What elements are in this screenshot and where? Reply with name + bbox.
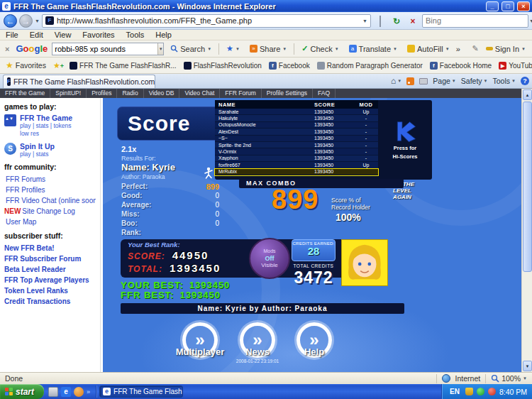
favorite-link[interactable]: YouTube - customstuff's Yo... <box>497 61 532 70</box>
taskbar-task-button[interactable]: FFR The Game FlashF... <box>99 386 183 398</box>
site-nav-item[interactable]: Video Chat <box>179 89 220 98</box>
site-nav-item[interactable]: Profiles <box>87 89 117 98</box>
menu-edit[interactable]: Edit <box>24 31 49 39</box>
sidebar-link[interactable]: New FFR Beta! <box>4 243 96 253</box>
tools-menu[interactable]: Tools <box>493 77 516 85</box>
sidebar-link[interactable]: FFR Video Chat (online soon!) <box>4 195 96 206</box>
bookmarks-button[interactable] <box>223 43 243 55</box>
scrollbar-thumb[interactable] <box>523 102 532 272</box>
forward-button[interactable] <box>19 14 33 28</box>
home-button[interactable] <box>391 76 401 86</box>
add-favorite-icon[interactable] <box>53 61 64 70</box>
favorites-button[interactable]: Favorites <box>3 60 49 71</box>
menu-help[interactable]: Help <box>150 31 177 39</box>
security-zone[interactable]: Internet <box>455 374 481 383</box>
favorite-link[interactable]: Facebook <box>267 61 311 70</box>
sidebar-link[interactable]: User Map <box>4 217 96 227</box>
toolbar-close-icon[interactable]: × <box>3 45 11 53</box>
site-nav-item[interactable]: FFR the Game <box>0 89 50 98</box>
site-nav-item[interactable]: Radio <box>117 89 143 98</box>
toolbar-settings-icon[interactable] <box>472 44 479 53</box>
mods-toggle[interactable]: Mods Off Visible <box>249 238 290 279</box>
media-player-icon[interactable] <box>74 387 84 397</box>
translate-button[interactable]: Translate <box>345 43 401 55</box>
maximize-button[interactable] <box>501 1 514 11</box>
news-button[interactable]: News 2008-01-22 23:19:01 <box>226 322 289 364</box>
url-dropdown-icon[interactable] <box>362 18 367 23</box>
tray-alert-icon[interactable] <box>488 388 496 395</box>
help-icon[interactable] <box>521 77 529 85</box>
favorite-link[interactable]: FFR The Game FlashFlashR... <box>68 61 178 70</box>
sign-in-button[interactable]: Sign In <box>482 43 529 55</box>
close-button[interactable] <box>517 1 530 11</box>
hiscores-prompt[interactable]: Press for Hi-Scores <box>378 100 432 180</box>
favorite-link[interactable]: Random Paragraph Generator <box>316 61 424 70</box>
favorite-link[interactable]: Facebook Home <box>428 61 493 70</box>
sidebar-link[interactable]: NEWSite Change Log <box>4 206 96 217</box>
vertical-scrollbar[interactable] <box>521 89 532 372</box>
autofill-button[interactable]: AutoFill <box>404 43 453 55</box>
menu-file[interactable]: File <box>0 31 24 39</box>
sidebar-link[interactable]: Credit Transactions <box>4 296 96 307</box>
site-nav: FFR the Game SpinItUP! Profiles Radio Vi… <box>0 89 521 98</box>
google-search-input[interactable] <box>52 45 157 53</box>
search-box[interactable] <box>422 14 528 28</box>
spin-it-up-link[interactable]: Spin It Up <box>20 142 55 151</box>
start-button[interactable]: start <box>0 384 44 399</box>
ie-task-icon <box>103 388 111 395</box>
taskbar-clock[interactable]: 8:40 PM <box>499 388 527 396</box>
google-search-dropdown-icon[interactable] <box>157 43 163 55</box>
scroll-down-arrow[interactable] <box>523 361 532 371</box>
spellcheck-button[interactable]: Check <box>298 43 342 55</box>
google-search-field[interactable] <box>52 43 164 55</box>
tray-status-icon[interactable] <box>477 388 484 395</box>
help-button[interactable]: Help <box>282 322 346 357</box>
menu-view[interactable]: View <box>49 31 77 39</box>
zoom-control[interactable]: 100% <box>491 374 527 383</box>
history-dropdown-icon[interactable] <box>35 18 40 23</box>
security-shield-tray-icon[interactable] <box>465 388 473 395</box>
ffr-game-sublinks[interactable]: play | stats | tokens <box>20 122 72 130</box>
sidebar-link[interactable]: Beta Level Reader <box>4 264 96 275</box>
page-menu[interactable]: Page <box>433 77 455 85</box>
minimize-button[interactable] <box>486 1 499 11</box>
google-logo[interactable]: Google <box>14 43 49 54</box>
show-desktop-icon[interactable] <box>48 387 58 397</box>
spin-it-up-sublinks[interactable]: play | stats <box>20 151 55 158</box>
site-nav-item[interactable]: FFR Forum <box>220 89 261 98</box>
rss-feed-icon[interactable] <box>406 77 414 85</box>
scroll-up-arrow[interactable] <box>523 89 532 100</box>
quicklaunch-overflow-chevron[interactable]: » <box>87 388 90 395</box>
sidebar-link[interactable]: FFR Subscriber Forum <box>4 253 96 264</box>
menu-tools[interactable]: Tools <box>121 31 150 39</box>
url-field[interactable] <box>42 14 371 28</box>
sidebar-link[interactable]: FFR Forums <box>4 174 96 185</box>
toolbar-overflow-chevron[interactable]: » <box>456 45 460 53</box>
sidebar-link[interactable]: FFR Top Average Players <box>4 275 96 285</box>
site-nav-item[interactable]: SpinItUP! <box>50 89 87 98</box>
print-icon[interactable] <box>419 78 428 84</box>
ffr-game-lowres-link[interactable]: low res <box>20 130 72 138</box>
site-nav-item[interactable]: Profile Settings <box>262 89 313 98</box>
safety-menu[interactable]: Safety <box>461 77 488 85</box>
share-button[interactable]: Share <box>246 43 290 55</box>
search-input[interactable] <box>426 16 526 25</box>
ie-quicklaunch-icon[interactable] <box>61 387 71 397</box>
google-search-button[interactable]: Search <box>167 43 215 55</box>
compatibility-view-button[interactable] <box>373 14 387 28</box>
stop-button[interactable] <box>406 14 420 28</box>
menu-favorites[interactable]: Favorites <box>77 31 120 39</box>
site-nav-item[interactable]: FAQ <box>313 89 336 98</box>
multiplayer-button[interactable]: Multiplayer <box>168 322 232 357</box>
sidebar-link[interactable]: Token Level Ranks <box>4 285 96 296</box>
ffr-game-link[interactable]: FFR The Game <box>20 114 72 122</box>
sidebar-link[interactable]: FFR Profiles <box>4 185 96 195</box>
favorite-link[interactable]: FlashFlashRevolution <box>182 61 263 70</box>
refresh-button[interactable] <box>389 14 404 28</box>
url-input[interactable] <box>57 16 360 25</box>
search-provider-dropdown-icon[interactable] <box>529 18 532 23</box>
browser-tab[interactable]: FFR The Game FlashFlashRevolution.com <box>3 75 155 88</box>
language-indicator[interactable]: EN <box>448 388 462 395</box>
site-nav-item[interactable]: Video DB <box>144 89 180 98</box>
back-button[interactable] <box>4 14 17 28</box>
